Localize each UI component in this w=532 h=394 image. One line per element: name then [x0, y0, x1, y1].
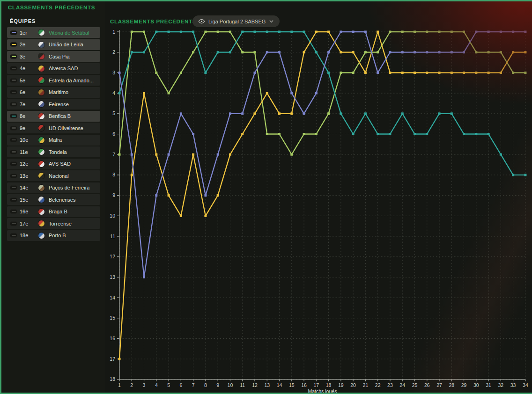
- club-badge-icon: [38, 185, 44, 191]
- club-badge-icon: [38, 42, 44, 48]
- club-badge-icon: [38, 209, 44, 215]
- team-row[interactable]: 11e Tondela: [7, 146, 100, 157]
- team-row[interactable]: 10e Mafra: [7, 135, 100, 146]
- team-name: Estrela da Amado...: [49, 78, 94, 83]
- club-badge-icon: [38, 77, 44, 83]
- team-row[interactable]: 8e Benfica B: [7, 111, 100, 122]
- team-name: AVS SAD: [49, 161, 71, 167]
- svg-text:11: 11: [110, 233, 115, 239]
- svg-text:28: 28: [449, 382, 454, 388]
- svg-text:20: 20: [350, 382, 356, 388]
- chart-title: CLASSEMENTS PRÉCÉDENTS: [110, 19, 196, 24]
- position-change-icon: [10, 185, 17, 190]
- svg-text:32: 32: [498, 382, 504, 388]
- svg-text:2: 2: [130, 382, 133, 388]
- team-name: Benfica B: [49, 113, 71, 119]
- eye-icon: [198, 18, 205, 25]
- club-badge-icon: [38, 197, 44, 203]
- svg-text:18: 18: [110, 376, 115, 382]
- team-position: 12e: [20, 161, 38, 167]
- position-change-icon: [10, 90, 17, 95]
- position-change-icon: [10, 174, 17, 178]
- svg-text:29: 29: [461, 382, 467, 388]
- team-position: 4e: [20, 66, 38, 71]
- club-badge-icon: [38, 113, 44, 119]
- position-change-icon: [10, 126, 17, 131]
- team-row[interactable]: 17e Torreense: [7, 218, 100, 229]
- team-name: Paços de Ferreira: [49, 185, 89, 190]
- chevron-down-icon: [269, 19, 274, 24]
- position-change-icon: [10, 30, 17, 35]
- svg-text:1: 1: [112, 29, 115, 35]
- team-row[interactable]: 1er Vitória de Setúbal: [7, 27, 100, 38]
- svg-text:17: 17: [313, 382, 319, 388]
- svg-text:17: 17: [110, 356, 115, 362]
- team-row[interactable]: 15e Belenenses: [7, 194, 100, 205]
- team-position: 14e: [20, 185, 38, 190]
- position-change-icon: [10, 78, 17, 83]
- team-name: Tondela: [49, 149, 67, 155]
- svg-text:23: 23: [387, 382, 393, 388]
- svg-text:26: 26: [424, 382, 430, 388]
- team-name: Alverca SAD: [49, 66, 78, 71]
- svg-text:6: 6: [112, 131, 115, 137]
- club-badge-icon: [38, 149, 44, 155]
- position-change-icon: [10, 161, 17, 166]
- team-position: 15e: [20, 197, 38, 203]
- svg-text:7: 7: [112, 152, 115, 157]
- svg-text:8: 8: [112, 172, 115, 177]
- svg-text:27: 27: [436, 382, 442, 388]
- team-name: União de Leiria: [49, 42, 83, 47]
- team-row[interactable]: 13e Nacional: [7, 170, 100, 181]
- position-change-icon: [10, 197, 17, 202]
- previous-rankings-chart: 1234567891011121314151617181234567891011…: [105, 1, 532, 393]
- svg-text:13: 13: [110, 274, 115, 280]
- team-position: 7e: [20, 102, 38, 107]
- svg-text:4: 4: [155, 382, 158, 388]
- team-row[interactable]: 6e Maritimo: [7, 87, 100, 98]
- team-row[interactable]: 2e União de Leiria: [7, 39, 100, 50]
- team-row[interactable]: 4e Alverca SAD: [7, 63, 100, 74]
- svg-text:33: 33: [510, 382, 516, 388]
- svg-text:34: 34: [523, 382, 528, 388]
- team-row[interactable]: 14e Paços de Ferreira: [7, 182, 100, 193]
- team-position: 13e: [20, 173, 38, 179]
- team-position: 17e: [20, 221, 38, 226]
- team-position: 3e: [20, 54, 38, 59]
- team-name: Porto B: [49, 233, 66, 238]
- team-position: 18e: [20, 233, 38, 238]
- svg-text:4: 4: [112, 90, 115, 96]
- svg-text:16: 16: [110, 336, 115, 341]
- chart-panel: 1234567891011121314151617181234567891011…: [105, 1, 532, 393]
- club-badge-icon: [38, 137, 44, 143]
- position-change-icon: [10, 66, 17, 71]
- svg-text:31: 31: [486, 382, 491, 388]
- svg-text:9: 9: [112, 192, 115, 198]
- team-position: 5e: [20, 78, 38, 83]
- position-change-icon: [10, 54, 17, 59]
- svg-text:19: 19: [338, 382, 344, 388]
- team-row[interactable]: 3e Casa Pia: [7, 51, 100, 62]
- position-change-icon: [10, 114, 17, 118]
- svg-text:14: 14: [277, 382, 282, 388]
- team-position: 9e: [20, 125, 38, 131]
- league-selector-dropdown[interactable]: Liga Portugal 2 SABSEG: [192, 15, 280, 27]
- svg-text:18: 18: [326, 382, 332, 388]
- team-position: 16e: [20, 209, 38, 214]
- team-name: Nacional: [49, 173, 69, 179]
- club-badge-icon: [38, 29, 44, 36]
- team-row[interactable]: 16e Braga B: [7, 206, 100, 217]
- team-name: Feirense: [49, 102, 69, 107]
- team-row[interactable]: 9e UD Oliveirense: [7, 123, 100, 133]
- svg-text:5: 5: [112, 110, 115, 116]
- team-row[interactable]: 5e Estrela da Amado...: [7, 75, 100, 86]
- team-row[interactable]: 12e AVS SAD: [7, 159, 100, 169]
- svg-text:Matchs joués: Matchs joués: [308, 388, 337, 393]
- team-row[interactable]: 18e Porto B: [7, 230, 100, 241]
- svg-text:8: 8: [204, 382, 207, 388]
- svg-text:25: 25: [412, 382, 418, 388]
- previous-rankings-window: CLASSEMENTS PRÉCÉDENTS ÉQUIPES 1er Vitór…: [0, 0, 532, 394]
- team-name: Braga B: [49, 209, 67, 214]
- svg-text:3: 3: [143, 382, 146, 388]
- team-row[interactable]: 7e Feirense: [7, 99, 100, 109]
